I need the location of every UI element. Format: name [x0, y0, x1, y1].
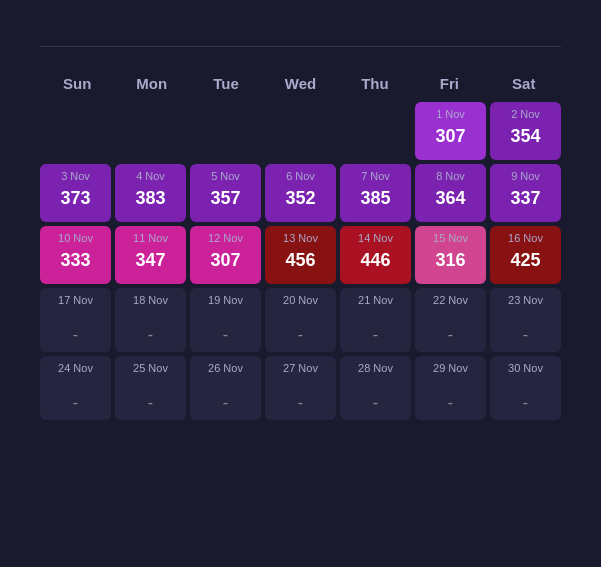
cell-value: - [373, 394, 378, 412]
cell-date: 16 Nov [508, 232, 543, 244]
cell-date: 9 Nov [511, 170, 540, 182]
cell-value: - [298, 326, 303, 344]
cell-aqi-value: 383 [135, 188, 165, 209]
cell-value: - [73, 394, 78, 412]
cell-value: - [523, 394, 528, 412]
divider [40, 46, 561, 47]
calendar-cell: 9 Nov337 [490, 164, 561, 222]
calendar-cell: 24 Nov- [40, 356, 111, 420]
cell-value: - [148, 326, 153, 344]
day-header-sat: Sat [487, 71, 561, 96]
calendar-cell: 21 Nov- [340, 288, 411, 352]
calendar-cell: 22 Nov- [415, 288, 486, 352]
day-header-wed: Wed [263, 71, 337, 96]
cell-date: 13 Nov [283, 232, 318, 244]
calendar: SunMonTueWedThuFriSat 1 Nov3072 Nov3543 … [40, 71, 561, 420]
cell-value: - [448, 326, 453, 344]
day-header-thu: Thu [338, 71, 412, 96]
calendar-cell: 19 Nov- [190, 288, 261, 352]
cell-aqi-value: 456 [285, 250, 315, 271]
calendar-cell: 29 Nov- [415, 356, 486, 420]
day-header-fri: Fri [412, 71, 486, 96]
cell-date: 28 Nov [358, 362, 393, 374]
cell-date: 21 Nov [358, 294, 393, 306]
cell-date: 14 Nov [358, 232, 393, 244]
day-header-tue: Tue [189, 71, 263, 96]
cell-date: 10 Nov [58, 232, 93, 244]
calendar-cell: 16 Nov425 [490, 226, 561, 284]
cell-date: 24 Nov [58, 362, 93, 374]
cell-aqi-value: 373 [60, 188, 90, 209]
cell-value: - [73, 326, 78, 344]
calendar-cell: 15 Nov316 [415, 226, 486, 284]
cell-date: 29 Nov [433, 362, 468, 374]
calendar-cell: 27 Nov- [265, 356, 336, 420]
calendar-cell: 13 Nov456 [265, 226, 336, 284]
cell-aqi-value: 347 [135, 250, 165, 271]
cell-date: 19 Nov [208, 294, 243, 306]
calendar-cell [40, 102, 111, 160]
cell-date: 25 Nov [133, 362, 168, 374]
cell-date: 4 Nov [136, 170, 165, 182]
cell-aqi-value: 337 [510, 188, 540, 209]
cell-date: 17 Nov [58, 294, 93, 306]
calendar-cell: 25 Nov- [115, 356, 186, 420]
cell-date: 7 Nov [361, 170, 390, 182]
calendar-cell: 2 Nov354 [490, 102, 561, 160]
cell-aqi-value: 316 [435, 250, 465, 271]
cell-date: 15 Nov [433, 232, 468, 244]
cell-value: - [298, 394, 303, 412]
calendar-cell: 23 Nov- [490, 288, 561, 352]
cell-date: 26 Nov [208, 362, 243, 374]
cell-date: 12 Nov [208, 232, 243, 244]
cell-date: 27 Nov [283, 362, 318, 374]
calendar-cell: 4 Nov383 [115, 164, 186, 222]
calendar-cell: 20 Nov- [265, 288, 336, 352]
cell-aqi-value: 425 [510, 250, 540, 271]
calendar-cell [340, 102, 411, 160]
calendar-cell: 28 Nov- [340, 356, 411, 420]
calendar-cell: 14 Nov446 [340, 226, 411, 284]
cell-date: 11 Nov [133, 232, 168, 244]
cell-date: 23 Nov [508, 294, 543, 306]
cell-aqi-value: 364 [435, 188, 465, 209]
cell-date: 22 Nov [433, 294, 468, 306]
cell-aqi-value: 446 [360, 250, 390, 271]
cell-aqi-value: 352 [285, 188, 315, 209]
cell-date: 3 Nov [61, 170, 90, 182]
cell-value: - [223, 326, 228, 344]
cell-value: - [148, 394, 153, 412]
calendar-cell: 6 Nov352 [265, 164, 336, 222]
cell-date: 20 Nov [283, 294, 318, 306]
cell-date: 1 Nov [436, 108, 465, 120]
calendar-cell: 10 Nov333 [40, 226, 111, 284]
calendar-grid: 1 Nov3072 Nov3543 Nov3734 Nov3835 Nov357… [40, 102, 561, 420]
calendar-cell: 11 Nov347 [115, 226, 186, 284]
day-header-sun: Sun [40, 71, 114, 96]
calendar-cell: 8 Nov364 [415, 164, 486, 222]
cell-aqi-value: 357 [210, 188, 240, 209]
calendar-cell [190, 102, 261, 160]
cell-date: 5 Nov [211, 170, 240, 182]
cell-value: - [448, 394, 453, 412]
cell-date: 2 Nov [511, 108, 540, 120]
cell-value: - [523, 326, 528, 344]
cell-aqi-value: 354 [510, 126, 540, 147]
cell-value: - [223, 394, 228, 412]
cell-date: 18 Nov [133, 294, 168, 306]
cell-aqi-value: 385 [360, 188, 390, 209]
cell-date: 30 Nov [508, 362, 543, 374]
calendar-cell: 17 Nov- [40, 288, 111, 352]
calendar-cell: 1 Nov307 [415, 102, 486, 160]
cell-aqi-value: 333 [60, 250, 90, 271]
calendar-cell [115, 102, 186, 160]
calendar-cell: 12 Nov307 [190, 226, 261, 284]
cell-date: 6 Nov [286, 170, 315, 182]
calendar-cell: 5 Nov357 [190, 164, 261, 222]
cell-aqi-value: 307 [210, 250, 240, 271]
calendar-cell: 26 Nov- [190, 356, 261, 420]
calendar-header: SunMonTueWedThuFriSat [40, 71, 561, 96]
calendar-cell: 18 Nov- [115, 288, 186, 352]
cell-aqi-value: 307 [435, 126, 465, 147]
calendar-cell [265, 102, 336, 160]
